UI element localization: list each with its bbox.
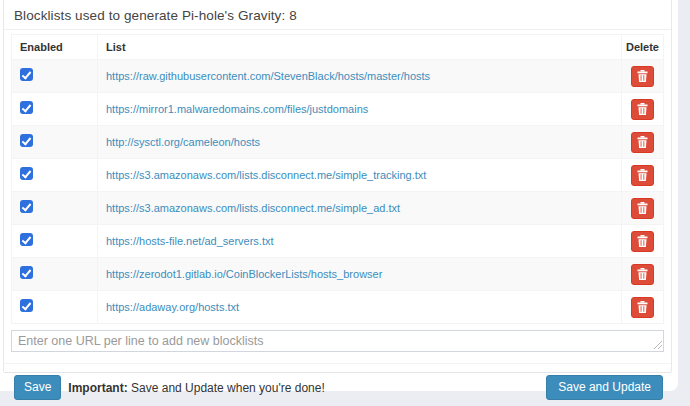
- checkbox-checked-icon[interactable]: [20, 266, 33, 279]
- table-row: https://s3.amazonaws.com/lists.disconnec…: [12, 159, 664, 192]
- blocklist-url-link[interactable]: http://sysctl.org/cameleon/hosts: [106, 136, 260, 148]
- checkbox-checked-icon[interactable]: [20, 134, 33, 147]
- delete-button[interactable]: [631, 198, 654, 219]
- delete-button[interactable]: [631, 297, 654, 318]
- table-row: http://sysctl.org/cameleon/hosts: [12, 126, 664, 159]
- trash-icon: [637, 169, 648, 181]
- enabled-cell: [12, 225, 98, 258]
- delete-cell: [621, 159, 663, 192]
- checkbox-checked-icon[interactable]: [20, 200, 33, 213]
- trash-icon: [637, 70, 648, 82]
- blocklist-url-link[interactable]: https://s3.amazonaws.com/lists.disconnec…: [106, 169, 426, 181]
- trash-icon: [637, 268, 648, 280]
- table-row: https://s3.amazonaws.com/lists.disconnec…: [12, 192, 664, 225]
- trash-icon: [637, 235, 648, 247]
- card-header: Blocklists used to generate Pi-hole's Gr…: [4, 0, 671, 30]
- footer-note-important: Important:: [68, 381, 127, 395]
- list-cell: https://raw.githubusercontent.com/Steven…: [98, 60, 622, 93]
- trash-icon: [637, 103, 648, 115]
- checkbox-checked-icon[interactable]: [20, 167, 33, 180]
- trash-icon: [637, 136, 648, 148]
- delete-button[interactable]: [631, 99, 654, 120]
- blocklist-url-link[interactable]: https://adaway.org/hosts.txt: [106, 301, 239, 313]
- checkbox-checked-icon[interactable]: [20, 68, 33, 81]
- delete-cell: [621, 258, 663, 291]
- delete-button[interactable]: [631, 264, 654, 285]
- list-cell: https://s3.amazonaws.com/lists.disconnec…: [98, 159, 622, 192]
- delete-cell: [621, 126, 663, 159]
- checkbox-checked-icon[interactable]: [20, 299, 33, 312]
- column-header-enabled: Enabled: [12, 35, 98, 60]
- delete-button[interactable]: [631, 165, 654, 186]
- blocklist-url-link[interactable]: https://zerodot1.gitlab.io/CoinBlockerLi…: [106, 268, 382, 280]
- list-cell: https://zerodot1.gitlab.io/CoinBlockerLi…: [98, 258, 622, 291]
- delete-cell: [621, 291, 663, 324]
- delete-cell: [621, 192, 663, 225]
- list-cell: http://sysctl.org/cameleon/hosts: [98, 126, 622, 159]
- card-footer: Save Important: Save and Update when you…: [4, 363, 671, 400]
- table-header-row: Enabled List Delete: [12, 35, 664, 60]
- table-row: https://raw.githubusercontent.com/Steven…: [12, 60, 664, 93]
- trash-icon: [637, 202, 648, 214]
- trash-icon: [637, 301, 648, 313]
- blocklists-table: Enabled List Delete https://raw.githubus…: [11, 34, 664, 324]
- enabled-cell: [12, 159, 98, 192]
- blocklist-url-link[interactable]: https://s3.amazonaws.com/lists.disconnec…: [106, 202, 400, 214]
- list-cell: https://s3.amazonaws.com/lists.disconnec…: [98, 192, 622, 225]
- blocklist-url-link[interactable]: https://raw.githubusercontent.com/Steven…: [106, 70, 430, 82]
- list-cell: https://hosts-file.net/ad_servers.txt: [98, 225, 622, 258]
- delete-button[interactable]: [631, 132, 654, 153]
- list-cell: https://mirror1.malwaredomains.com/files…: [98, 93, 622, 126]
- blocklist-url-link[interactable]: https://hosts-file.net/ad_servers.txt: [106, 235, 274, 247]
- blocklist-table-body: https://raw.githubusercontent.com/Steven…: [12, 60, 664, 324]
- enabled-cell: [12, 192, 98, 225]
- delete-cell: [621, 93, 663, 126]
- enabled-cell: [12, 60, 98, 93]
- checkbox-checked-icon[interactable]: [20, 233, 33, 246]
- add-blocklists-input[interactable]: [11, 330, 664, 352]
- save-button[interactable]: Save: [14, 375, 61, 400]
- enabled-cell: [12, 126, 98, 159]
- enabled-cell: [12, 93, 98, 126]
- delete-button[interactable]: [631, 231, 654, 252]
- footer-note: Important: Save and Update when you're d…: [68, 381, 324, 395]
- page-title: Blocklists used to generate Pi-hole's Gr…: [14, 8, 661, 23]
- column-header-delete: Delete: [621, 35, 663, 60]
- footer-note-text: Save and Update when you're done!: [128, 381, 325, 395]
- enabled-cell: [12, 291, 98, 324]
- delete-button[interactable]: [631, 66, 654, 87]
- list-cell: https://adaway.org/hosts.txt: [98, 291, 622, 324]
- delete-cell: [621, 225, 663, 258]
- enabled-cell: [12, 258, 98, 291]
- table-row: https://zerodot1.gitlab.io/CoinBlockerLi…: [12, 258, 664, 291]
- blocklist-url-link[interactable]: https://mirror1.malwaredomains.com/files…: [106, 103, 368, 115]
- delete-cell: [621, 60, 663, 93]
- table-row: https://adaway.org/hosts.txt: [12, 291, 664, 324]
- save-and-update-button[interactable]: Save and Update: [546, 375, 663, 400]
- blocklists-card: Blocklists used to generate Pi-hole's Gr…: [3, 0, 672, 373]
- checkbox-checked-icon[interactable]: [20, 101, 33, 114]
- table-row: https://mirror1.malwaredomains.com/files…: [12, 93, 664, 126]
- table-row: https://hosts-file.net/ad_servers.txt: [12, 225, 664, 258]
- column-header-list: List: [98, 35, 622, 60]
